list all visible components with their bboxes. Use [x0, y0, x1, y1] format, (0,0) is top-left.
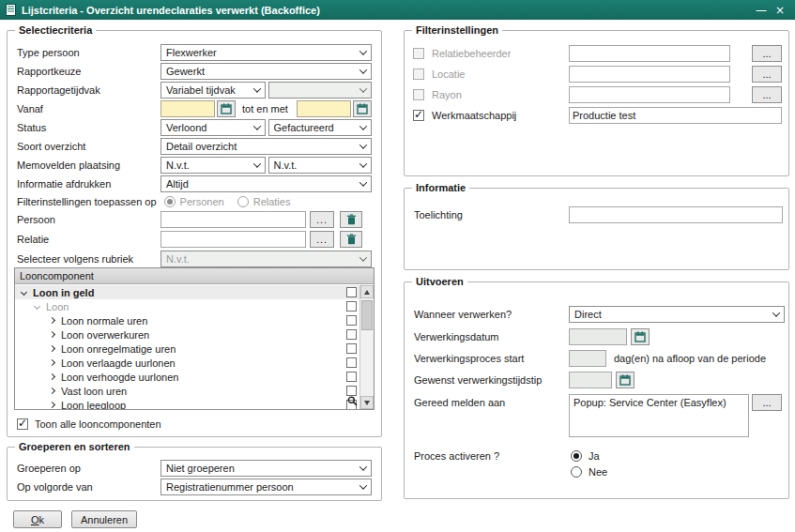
memovelden-select-2[interactable]: N.v.t.: [268, 157, 373, 174]
tree-item-checkbox[interactable]: [346, 329, 357, 340]
rapportkeuze-label: Rapportkeuze: [17, 66, 161, 77]
tree-item-checkbox[interactable]: [346, 301, 357, 312]
gewenst-tijdstip-calendar-button[interactable]: [616, 372, 634, 388]
chevron-collapsed-icon[interactable]: [49, 345, 55, 352]
gereed-melden-textarea[interactable]: Popup: Service Center (Easyflex): [569, 394, 749, 437]
tree-item-label: Loon normale uren: [61, 315, 147, 327]
tree-item-label: Loon leegloop: [61, 400, 126, 410]
row-toepassen-op: Filterinstellingen toepassen op Personen…: [17, 193, 372, 210]
groupbox-selectiecriteria: Selectiecriteria Type persoon Flexwerker…: [7, 30, 382, 437]
tot-en-met-calendar-button[interactable]: [353, 100, 372, 117]
tree-item-loon-leegloop[interactable]: Loon leegloop: [15, 398, 359, 409]
tree-item-loon-verhoogde-uurlonen[interactable]: Loon verhoogde uurlonen: [15, 370, 359, 384]
chevron-expanded-icon[interactable]: [34, 303, 40, 310]
informatie-afdrukken-select[interactable]: Altijd: [161, 175, 372, 192]
groupbox-filterinstellingen: Filterinstellingen Relatiebeheerder ... …: [404, 30, 789, 176]
relatie-more-button[interactable]: ...: [310, 231, 334, 248]
tree-item-loon[interactable]: Loon: [15, 299, 359, 313]
verwerkingsproces-start-input[interactable]: [569, 350, 606, 367]
chevron-collapsed-icon[interactable]: [49, 402, 55, 408]
rapportagetijdvak-select[interactable]: Variabel tijdvak: [161, 82, 266, 99]
chevron-down-icon: [359, 160, 367, 167]
status-select-2[interactable]: Gefactureerd: [268, 119, 373, 136]
chevron-collapsed-icon[interactable]: [49, 331, 55, 338]
gereed-melden-more-button[interactable]: ...: [752, 394, 782, 411]
chevron-collapsed-icon[interactable]: [49, 359, 55, 366]
row-rapportagetijdvak: Rapportagetijdvak Variabel tijdvak: [17, 82, 372, 99]
tree-item-vast-loon-uren[interactable]: Vast loon uren: [15, 384, 359, 398]
tree-item-loon-in-geld[interactable]: Loon in geld: [15, 285, 359, 299]
type-persoon-select[interactable]: Flexwerker: [161, 44, 372, 61]
tree-item-checkbox[interactable]: [346, 386, 357, 396]
volgorde-select[interactable]: Registratienummer persoon: [161, 479, 372, 495]
vanaf-calendar-button[interactable]: [217, 100, 236, 117]
scroll-down-icon: [364, 401, 370, 405]
annuleren-button[interactable]: Annuleren: [71, 510, 137, 528]
proces-nee-radio[interactable]: [571, 466, 582, 478]
chevron-collapsed-icon[interactable]: [49, 317, 55, 324]
persoon-more-button[interactable]: ...: [310, 211, 334, 228]
toon-alle-checkbox[interactable]: [17, 418, 28, 430]
toelichting-input[interactable]: [569, 206, 783, 223]
soort-overzicht-select[interactable]: Detail overzicht: [161, 138, 372, 155]
vanaf-date-input[interactable]: [161, 100, 215, 117]
scroll-up-button[interactable]: [360, 285, 374, 298]
chevron-expanded-icon[interactable]: [21, 289, 27, 296]
tree-item-checkbox[interactable]: [346, 372, 357, 382]
chevron-collapsed-icon[interactable]: [49, 388, 55, 394]
memovelden-label: Memovelden plaatsing: [17, 160, 161, 171]
calendar-icon: [221, 103, 232, 115]
persoon-clear-button[interactable]: [340, 211, 362, 228]
wanneer-verwerken-select[interactable]: Direct: [569, 306, 785, 323]
row-groeperen-op: Groeperen op Niet groeperen: [17, 460, 372, 477]
minimize-button[interactable]: —: [752, 4, 771, 17]
ok-button[interactable]: Ok: [13, 510, 62, 528]
locatie-more-button[interactable]: ...: [752, 66, 782, 83]
groupbox-title: Groeperen en sorteren: [15, 441, 134, 453]
tot-en-met-label: tot en met: [242, 103, 288, 114]
row-toelichting: Toelichting: [405, 206, 788, 225]
scrollbar-thumb[interactable]: [361, 300, 373, 330]
chevron-down-icon: [359, 122, 367, 129]
trash-icon: [346, 214, 357, 226]
memovelden-select[interactable]: N.v.t.: [161, 157, 266, 174]
tree-item-loon-onregelmatige-uren[interactable]: Loon onregelmatige uren: [15, 342, 359, 356]
tree-item-loon-normale-uren[interactable]: Loon normale uren: [15, 313, 359, 327]
tree-item-label: Loon in geld: [33, 287, 94, 298]
type-persoon-label: Type persoon: [17, 47, 161, 58]
proces-ja-radio[interactable]: [571, 450, 582, 462]
groupbox-title: Informatie: [412, 182, 469, 194]
werkmaatschappij-input[interactable]: [569, 107, 782, 124]
tree-item-checkbox[interactable]: [346, 357, 357, 368]
tree-scrollbar[interactable]: [359, 285, 374, 409]
werkmaatschappij-checkbox[interactable]: [413, 110, 424, 121]
informatie-afdrukken-value: Altijd: [166, 178, 357, 190]
chevron-down-icon: [359, 66, 367, 73]
groupbox-title: Filterinstellingen: [412, 24, 502, 37]
tree-item-loon-verlaagde-uurlonen[interactable]: Loon verlaagde uurlonen: [15, 356, 359, 370]
trash-icon: [346, 234, 357, 246]
relatie-clear-button[interactable]: [340, 231, 362, 248]
close-button[interactable]: ×: [771, 4, 789, 17]
persoon-input[interactable]: [161, 211, 306, 228]
rayon-more-button[interactable]: ...: [752, 86, 782, 103]
row-locatie: Locatie ...: [405, 66, 788, 84]
scroll-down-button[interactable]: [360, 396, 374, 409]
relatie-input[interactable]: [161, 231, 306, 248]
status-select[interactable]: Verloond: [161, 119, 266, 136]
search-icon[interactable]: [347, 396, 358, 408]
tree-item-loon-overwerkuren[interactable]: Loon overwerkuren: [15, 327, 359, 342]
tree-item-checkbox[interactable]: [346, 343, 357, 354]
groeperen-op-select[interactable]: Niet groeperen: [161, 460, 372, 477]
groeperen-op-label: Groeperen op: [17, 463, 161, 474]
row-verwerkingsproces-start: Verwerkingsproces start dag(en) na afloo…: [405, 350, 788, 369]
tree-item-checkbox[interactable]: [346, 315, 357, 326]
rapportkeuze-select[interactable]: Gewerkt: [161, 63, 372, 80]
chevron-collapsed-icon[interactable]: [49, 373, 55, 380]
tree-item-checkbox[interactable]: [346, 287, 357, 297]
verwerkingsdatum-calendar-button[interactable]: [631, 328, 650, 345]
personen-radio-label: Personen: [180, 196, 224, 207]
tot-en-met-date-input[interactable]: [297, 100, 351, 117]
relatiebeheerder-more-button[interactable]: ...: [752, 45, 782, 62]
rapportkeuze-value: Gewerkt: [166, 66, 357, 77]
